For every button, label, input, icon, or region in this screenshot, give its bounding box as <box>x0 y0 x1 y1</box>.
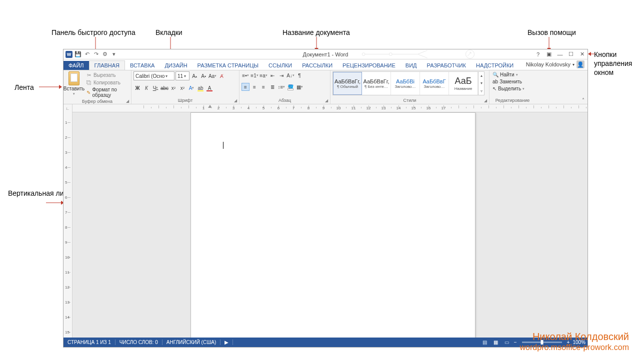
tab-layout[interactable]: РАЗМЕТКА СТРАНИЦЫ <box>192 61 264 70</box>
superscript-button[interactable]: x2 <box>178 84 186 92</box>
qat-customize-button[interactable]: ▾ <box>110 51 118 58</box>
sort-button[interactable]: A↓ <box>286 71 294 79</box>
document-page[interactable] <box>190 112 476 338</box>
tab-file[interactable]: ФАЙЛ <box>64 61 89 70</box>
horizontal-ruler[interactable]: ∟ 1234567891011121314151617 <box>64 104 588 112</box>
font-size-value: 11 <box>178 73 183 79</box>
search-icon: 🔍 <box>492 72 498 77</box>
font-name-combo[interactable]: Calibri (Осно▾ <box>134 71 174 80</box>
font-dialog-launcher[interactable]: ◢ <box>234 98 237 103</box>
tab-references[interactable]: ССЫЛКИ <box>264 61 297 70</box>
underline-button[interactable]: Ч <box>152 84 160 92</box>
italic-button[interactable]: К <box>142 84 150 92</box>
minimize-button[interactable]: — <box>556 51 564 58</box>
svg-line-29 <box>418 54 428 58</box>
find-button[interactable]: 🔍Найти▾ <box>492 71 526 78</box>
status-language[interactable]: АНГЛИЙСКИЙ (США) <box>162 340 221 345</box>
chevron-down-icon[interactable]: ▾ <box>166 74 168 78</box>
bold-button[interactable]: Ж <box>134 84 142 92</box>
vertical-ruler[interactable]: 123456789101112131415 <box>64 112 72 338</box>
tab-addins[interactable]: НАДСТРОЙКИ <box>471 61 518 70</box>
tab-selector[interactable]: ∟ <box>64 104 72 112</box>
align-center-button[interactable]: ≡ <box>250 83 258 91</box>
change-case-button[interactable]: Aa <box>208 72 216 80</box>
view-web-button[interactable]: ▭ <box>503 339 511 346</box>
style-normal[interactable]: АаБбВвГг,¶ Обычный <box>333 72 362 95</box>
status-words[interactable]: ЧИСЛО СЛОВ: 0 <box>116 340 162 345</box>
justify-button[interactable]: ≣ <box>268 83 276 91</box>
tab-view[interactable]: ВИД <box>400 61 422 70</box>
replace-button[interactable]: abЗаменить <box>492 78 526 85</box>
maximize-button[interactable]: ☐ <box>568 51 574 58</box>
status-macro[interactable]: ▶ <box>220 340 233 345</box>
group-clipboard: Вставить ▾ Вырезать Копировать Формат по… <box>64 70 132 104</box>
highlight-button[interactable]: ab <box>196 84 204 92</box>
bullets-button[interactable]: ≡• <box>242 71 250 79</box>
tab-review[interactable]: РЕЦЕНЗИРОВАНИЕ <box>338 61 400 70</box>
cut-button[interactable]: Вырезать <box>84 71 129 78</box>
select-button[interactable]: ↖Выделить▾ <box>492 85 526 92</box>
view-read-button[interactable]: ▤ <box>481 339 489 346</box>
gallery-more-button[interactable]: ▿ <box>478 87 484 95</box>
font-color-button[interactable]: A <box>206 84 214 92</box>
close-button[interactable]: ✕ <box>578 51 586 58</box>
scissors-icon <box>86 72 92 78</box>
styles-dialog-launcher[interactable]: ◢ <box>484 98 487 103</box>
chevron-down-icon[interactable]: ▾ <box>184 74 186 78</box>
style-heading1[interactable]: АаБбВіЗаголово… <box>391 72 420 95</box>
qat-extra-button[interactable]: ⚙ <box>102 51 108 58</box>
save-button[interactable]: 💾 <box>74 51 82 58</box>
show-marks-button[interactable]: ¶ <box>296 71 304 79</box>
callout-help: Вызов помощи <box>528 28 576 37</box>
format-painter-button[interactable]: Формат по образцу <box>84 86 129 98</box>
align-right-button[interactable]: ≡ <box>260 83 268 91</box>
style-title[interactable]: АаБНазвание <box>449 72 478 95</box>
font-size-combo[interactable]: 11▾ <box>176 71 190 80</box>
clear-formatting-button[interactable]: A̸ <box>218 72 226 80</box>
status-page[interactable]: СТРАНИЦА 1 ИЗ 1 <box>64 340 116 345</box>
shading-button[interactable]: 🪣 <box>286 83 294 91</box>
zoom-thumb[interactable] <box>540 340 543 345</box>
group-font: Calibri (Осно▾ 11▾ A▴ A▾ Aa A̸ Ж К Ч abc… <box>132 70 240 104</box>
copy-button[interactable]: Копировать <box>84 79 129 86</box>
tab-developer[interactable]: РАЗРАБОТЧИК <box>422 61 471 70</box>
page-area[interactable] <box>72 112 588 338</box>
paragraph-dialog-launcher[interactable]: ◢ <box>325 98 328 103</box>
gallery-up-button[interactable]: ▴ <box>478 72 484 79</box>
shrink-font-button[interactable]: A▾ <box>200 72 208 80</box>
help-button[interactable]: ? <box>534 51 542 58</box>
zoom-in-button[interactable]: + <box>567 340 570 345</box>
decrease-indent-button[interactable]: ⇤ <box>268 71 276 79</box>
undo-button[interactable]: ↶ <box>84 51 90 58</box>
clipboard-dialog-launcher[interactable]: ◢ <box>126 99 129 103</box>
view-print-button[interactable]: ▦ <box>492 339 500 346</box>
line-spacing-button[interactable]: ↕≡ <box>278 83 286 91</box>
tab-home[interactable]: ГЛАВНАЯ <box>89 60 125 70</box>
window-controls: ? ▣ — ☐ ✕ <box>534 51 586 58</box>
user-account[interactable]: Nikolay Koldovsky▾ 👤 <box>526 60 584 68</box>
collapse-ribbon-button[interactable]: ˄ <box>582 97 584 103</box>
grow-font-button[interactable]: A▴ <box>190 72 198 80</box>
style-no-spacing[interactable]: АаБбВвГг,¶ Без инте… <box>362 72 391 95</box>
align-left-button[interactable]: ≡ <box>242 83 250 91</box>
subscript-button[interactable]: x2 <box>170 84 178 92</box>
gallery-down-button[interactable]: ▾ <box>478 79 484 87</box>
strike-button[interactable]: abc <box>160 84 168 92</box>
tab-insert[interactable]: ВСТАВКА <box>125 61 160 70</box>
svg-point-30 <box>466 50 474 58</box>
zoom-slider[interactable] <box>522 342 562 343</box>
redo-button[interactable]: ↷ <box>92 51 100 58</box>
style-heading2[interactable]: АаБбВвГЗаголово… <box>420 72 449 95</box>
tab-mailings[interactable]: РАССЫЛКИ <box>297 61 338 70</box>
zoom-out-button[interactable]: − <box>514 340 517 345</box>
ribbon-options-button[interactable]: ▣ <box>546 51 552 58</box>
tab-design[interactable]: ДИЗАЙН <box>160 61 192 70</box>
status-lang-text: АНГЛИЙСКИЙ (США) <box>166 340 216 345</box>
text-effects-button[interactable]: A <box>188 84 196 92</box>
multilevel-button[interactable]: ≡a <box>260 71 268 79</box>
borders-button[interactable]: ▦ <box>296 83 304 91</box>
paste-button[interactable]: Вставить ▾ <box>66 71 82 96</box>
zoom-value[interactable]: 100% <box>572 340 586 345</box>
increase-indent-button[interactable]: ⇥ <box>278 71 286 79</box>
numbering-button[interactable]: ≡1 <box>250 71 258 79</box>
